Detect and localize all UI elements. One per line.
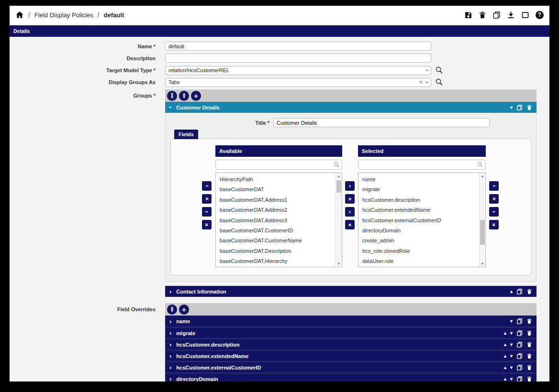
- move-down-icon[interactable]: ▾: [510, 331, 513, 336]
- delete-override-icon[interactable]: [526, 341, 532, 348]
- chevron-right-icon[interactable]: ›: [169, 318, 171, 325]
- home-icon[interactable]: [15, 11, 24, 19]
- move-left-button[interactable]: ‹: [345, 207, 355, 217]
- expand-all-button[interactable]: ∧∨: [167, 305, 177, 315]
- field-override-row[interactable]: › migrate ▴ ▾: [165, 327, 537, 338]
- move-right-button[interactable]: ›: [345, 181, 355, 191]
- add-override-button[interactable]: +: [179, 305, 189, 315]
- field-override-row[interactable]: › directoryDomain ▴ ▾: [165, 373, 537, 381]
- group-header-contact-information[interactable]: › Contact Information ▴: [165, 286, 537, 297]
- group-header-customer-details[interactable]: › Customer Details ▾: [165, 102, 537, 113]
- move-up-icon[interactable]: ▴: [504, 377, 506, 381]
- search-lookup-icon[interactable]: [435, 78, 443, 86]
- search-lookup-icon[interactable]: [435, 66, 443, 74]
- available-list-item[interactable]: baseCustomerDAT.Address2: [216, 205, 342, 215]
- move-down-icon[interactable]: ▾: [510, 354, 513, 359]
- tab-fields[interactable]: Fields: [174, 130, 198, 139]
- field-override-row[interactable]: › hcsCustomer.description ▴ ▾: [165, 338, 537, 350]
- scroll-thumb[interactable]: [480, 220, 485, 245]
- chevron-right-icon[interactable]: ›: [169, 288, 171, 295]
- available-list-item[interactable]: baseCustomerDAT.CustomerName: [216, 236, 342, 246]
- add-group-button[interactable]: +: [191, 91, 201, 101]
- delete-override-icon[interactable]: [526, 330, 532, 337]
- available-move-bottom-button[interactable]: »: [202, 220, 212, 229]
- move-group-up-icon[interactable]: ▴: [510, 289, 513, 294]
- selected-move-up-button[interactable]: ›: [489, 181, 499, 191]
- selected-move-top-button[interactable]: »: [489, 194, 499, 204]
- move-up-icon[interactable]: ▴: [504, 354, 506, 359]
- delete-override-icon[interactable]: [526, 364, 532, 371]
- chevron-down-icon[interactable]: ›: [167, 106, 174, 108]
- delete-override-icon[interactable]: [526, 376, 532, 382]
- move-down-icon[interactable]: ▾: [510, 319, 513, 324]
- tab-details[interactable]: Details: [10, 25, 549, 37]
- available-list-item[interactable]: baseCustomerDAT: [216, 185, 342, 195]
- target-model-type-value[interactable]: [165, 66, 431, 75]
- target-model-type-select[interactable]: ›: [165, 65, 431, 75]
- chevron-right-icon[interactable]: ›: [169, 329, 171, 337]
- scroll-up-icon[interactable]: ▲: [336, 174, 342, 178]
- selected-list-item[interactable]: hcs_role.clonedRole: [358, 246, 485, 256]
- display-groups-as-value[interactable]: [165, 78, 431, 87]
- available-list-item[interactable]: baseCustomerDAT.Address3: [216, 216, 342, 226]
- selected-list-item[interactable]: hcsCustomer.description: [358, 195, 485, 205]
- available-move-up-button[interactable]: ›: [202, 181, 212, 191]
- chevron-down-icon[interactable]: ›: [424, 69, 431, 71]
- scroll-down-icon[interactable]: ▼: [480, 262, 485, 265]
- move-down-icon[interactable]: ▾: [510, 377, 513, 381]
- help-icon[interactable]: ?: [536, 11, 544, 19]
- selected-list-item[interactable]: directoryDomain: [358, 226, 485, 236]
- delete-override-icon[interactable]: [526, 318, 532, 325]
- name-input[interactable]: [165, 42, 431, 51]
- chevron-right-icon[interactable]: ›: [169, 341, 171, 348]
- collapse-all-button[interactable]: ∨∧: [167, 91, 177, 101]
- selected-list-item[interactable]: dataUser.role: [358, 256, 485, 266]
- delete-icon[interactable]: [479, 11, 486, 19]
- clone-override-icon[interactable]: [516, 353, 523, 359]
- move-down-icon[interactable]: ▾: [510, 365, 513, 370]
- title-input[interactable]: [273, 118, 490, 127]
- available-move-down-button[interactable]: ›: [202, 207, 212, 217]
- clone-override-icon[interactable]: [516, 341, 523, 348]
- selected-list-item[interactable]: hcsCustomer.extendedName: [358, 205, 485, 215]
- display-groups-as-select[interactable]: × ›: [165, 77, 431, 87]
- move-group-down-icon[interactable]: ▾: [510, 105, 513, 110]
- delete-override-icon[interactable]: [526, 353, 532, 359]
- field-override-row[interactable]: › hcsCustomer.externalCustomerID ▴ ▾: [165, 361, 537, 373]
- clone-override-icon[interactable]: [516, 364, 523, 371]
- available-list-item[interactable]: baseCustomerDAT.CustomerID: [216, 226, 342, 236]
- clone-override-icon[interactable]: [516, 330, 523, 337]
- field-override-row[interactable]: › name ▴ ▾: [165, 316, 537, 327]
- clone-override-icon[interactable]: [516, 318, 523, 325]
- clone-icon[interactable]: [492, 11, 501, 19]
- move-all-right-button[interactable]: »: [345, 194, 355, 204]
- breadcrumb-section[interactable]: Field Display Policies: [34, 11, 93, 19]
- available-scrollbar[interactable]: ▲ ▼: [335, 173, 342, 267]
- scroll-down-icon[interactable]: ▼: [336, 262, 342, 265]
- move-all-left-button[interactable]: «: [345, 220, 355, 229]
- move-down-icon[interactable]: ▾: [510, 342, 513, 347]
- description-input[interactable]: [165, 54, 431, 63]
- chevron-right-icon[interactable]: ›: [169, 375, 171, 381]
- delete-group-icon[interactable]: [526, 104, 532, 111]
- save-icon[interactable]: [464, 11, 472, 19]
- available-list-item[interactable]: baseCustomerDAT.Description: [216, 246, 342, 256]
- expand-all-button[interactable]: ∧∨: [179, 91, 189, 101]
- chevron-down-icon[interactable]: ›: [424, 81, 431, 83]
- chevron-right-icon[interactable]: ›: [169, 352, 171, 359]
- available-list-item[interactable]: baseCustomerDAT.Address1: [216, 195, 342, 205]
- delete-group-icon[interactable]: [526, 288, 532, 295]
- clear-icon[interactable]: ×: [419, 78, 423, 86]
- move-up-icon[interactable]: ▴: [504, 342, 506, 347]
- field-override-row[interactable]: › hcsCustomer.extendedName ▴ ▾: [165, 350, 537, 361]
- selected-list-item[interactable]: hcsCustomer.externalCustomerID: [358, 216, 485, 226]
- chevron-right-icon[interactable]: ›: [169, 364, 171, 371]
- selected-list-item[interactable]: name: [358, 174, 485, 185]
- selected-search-input[interactable]: [358, 160, 486, 170]
- selected-move-down-button[interactable]: ›: [489, 207, 499, 217]
- available-move-top-button[interactable]: »: [202, 194, 212, 204]
- selected-list-item[interactable]: migrate: [358, 185, 485, 195]
- export-icon[interactable]: [507, 11, 515, 19]
- scroll-up-icon[interactable]: ▲: [480, 174, 485, 178]
- available-search-input[interactable]: [215, 160, 342, 170]
